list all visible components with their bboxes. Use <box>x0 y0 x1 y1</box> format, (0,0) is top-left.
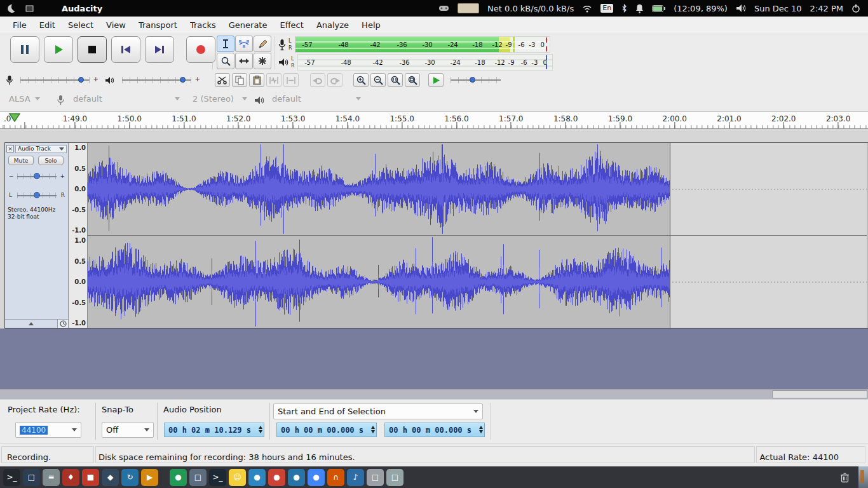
track-menu-arrow-icon[interactable] <box>59 147 64 151</box>
horizontal-scrollbar[interactable] <box>0 389 868 399</box>
clock-label[interactable]: 2:42 PM <box>810 4 843 13</box>
selection-mode-select[interactable]: Start and End of Selection <box>273 403 483 419</box>
zoom-out-button[interactable] <box>370 73 386 87</box>
audio-host-select[interactable]: ALSA <box>9 94 40 104</box>
recording-device-select[interactable]: default <box>73 94 180 104</box>
bluetooth-icon[interactable] <box>621 4 627 13</box>
taskbar-chrome-browser[interactable]: ● <box>308 469 325 486</box>
copy-button[interactable] <box>232 73 247 87</box>
record-button[interactable] <box>186 36 215 63</box>
recording-level-bar[interactable]: -57-48-42-36-30-24-18-12-9-6-30 <box>295 36 550 53</box>
power-icon[interactable] <box>851 4 860 13</box>
taskbar-android-app[interactable]: ● <box>170 469 187 486</box>
menu-effect[interactable]: Effect <box>273 17 309 33</box>
close-track-button[interactable]: × <box>6 145 14 152</box>
recording-meter[interactable]: LR -57-48-42-36-30-24-18-12-9-6-30 <box>278 36 550 53</box>
menu-select[interactable]: Select <box>62 17 100 33</box>
skip-to-start-button[interactable] <box>111 36 140 63</box>
pan-thumb[interactable] <box>34 192 40 198</box>
vertical-scale[interactable]: 1.00.50.0-0.5-1.01.00.50.0-0.5-1.0 <box>69 143 88 328</box>
fit-selection-button[interactable] <box>388 73 403 87</box>
notification-bell-icon[interactable] <box>635 4 644 13</box>
trash-button[interactable] <box>836 468 853 486</box>
taskbar-audio-app[interactable]: ∩ <box>327 469 344 486</box>
audio-position-field[interactable]: 00 h 02 m 10.129 s <box>164 423 264 437</box>
mute-button[interactable]: Mute <box>8 156 34 165</box>
menu-view[interactable]: View <box>100 17 132 33</box>
taskbar-file-manager[interactable]: ≡ <box>43 469 60 486</box>
skip-to-end-button[interactable] <box>145 36 174 63</box>
input-volume-slider[interactable]: + <box>19 75 98 85</box>
taskbar-text-editor[interactable]: ♦ <box>62 469 79 486</box>
taskbar-music-app[interactable]: ♪ <box>347 469 364 486</box>
panel-applet-thumbnail[interactable] <box>458 3 479 13</box>
track-sync-lock-button[interactable] <box>58 320 68 328</box>
track-title-menu[interactable]: Audio Track <box>15 145 67 153</box>
taskbar-chat-app[interactable]: ☺ <box>229 469 246 486</box>
output-volume-thumb[interactable] <box>180 77 186 83</box>
wifi-icon[interactable] <box>582 4 592 13</box>
taskbar-package-manager[interactable]: ■ <box>82 469 99 486</box>
silence-audio-button[interactable] <box>283 73 299 87</box>
playback-speed-slider[interactable] <box>449 75 510 85</box>
taskbar-media-player[interactable]: ● <box>268 469 285 486</box>
redo-button[interactable] <box>327 73 342 87</box>
gamepad-indicator-icon[interactable] <box>438 4 449 12</box>
taskbar-terminal-2[interactable]: >_ <box>209 469 226 486</box>
timeshift-tool-button[interactable] <box>235 53 253 69</box>
taskbar-vm-app[interactable]: □ <box>189 469 207 486</box>
spinner-icon[interactable] <box>479 426 483 433</box>
selection-end-field[interactable]: 00 h 00 m 00.000 s <box>384 423 485 437</box>
play-at-speed-button[interactable] <box>428 73 444 87</box>
menu-tracks[interactable]: Tracks <box>184 17 222 33</box>
waveform-area[interactable] <box>88 143 868 328</box>
playback-device-select[interactable]: default <box>272 94 361 104</box>
project-rate-select[interactable]: 44100 <box>15 422 81 438</box>
taskbar-blue-app[interactable]: ● <box>288 469 305 486</box>
snap-to-select[interactable]: Off <box>102 422 154 438</box>
draw-tool-button[interactable] <box>254 36 271 52</box>
selection-start-field[interactable]: 00 h 00 m 00.000 s <box>276 423 377 437</box>
envelope-tool-button[interactable] <box>235 36 253 52</box>
taskbar-window-1[interactable]: □ <box>367 469 384 486</box>
playback-level-bar[interactable]: -57-48-42-36-30-24-18-12-9-6-30 <box>297 54 553 71</box>
taskbar-window-2[interactable]: □ <box>386 469 403 486</box>
input-volume-thumb[interactable] <box>78 77 84 83</box>
solo-button[interactable]: Solo <box>38 156 64 165</box>
output-volume-slider[interactable]: + <box>121 75 200 85</box>
collapse-track-button[interactable] <box>5 320 58 328</box>
spinner-icon[interactable] <box>371 426 375 433</box>
taskbar-settings-app[interactable]: ◆ <box>102 469 119 486</box>
date-label[interactable]: Sun Dec 10 <box>754 4 802 13</box>
cut-button[interactable] <box>215 73 230 87</box>
menu-file[interactable]: File <box>6 17 33 33</box>
playback-speed-thumb[interactable] <box>470 77 475 83</box>
pan-slider[interactable]: L R <box>9 190 65 201</box>
pause-button[interactable] <box>10 36 39 63</box>
multi-tool-button[interactable] <box>254 53 271 69</box>
menu-analyze[interactable]: Analyze <box>310 17 355 33</box>
gain-thumb[interactable] <box>34 173 40 179</box>
horizontal-scrollbar-thumb[interactable] <box>772 390 867 398</box>
zoom-tool-button[interactable] <box>217 53 234 69</box>
menu-edit[interactable]: Edit <box>33 17 62 33</box>
waveform-right-channel[interactable] <box>88 236 867 328</box>
menu-transport[interactable]: Transport <box>132 17 184 33</box>
menu-generate[interactable]: Generate <box>222 17 274 33</box>
recording-channels-select[interactable]: 2 (Stereo) <box>193 94 247 104</box>
taskbar-web-browser[interactable]: ● <box>248 469 266 486</box>
selection-tool-button[interactable] <box>217 36 234 52</box>
trim-audio-button[interactable] <box>266 73 281 87</box>
playback-meter[interactable]: LR -57-48-42-36-30-24-18-12-9-6-30 <box>278 54 553 71</box>
window-indicator-icon[interactable] <box>25 5 34 12</box>
menu-help[interactable]: Help <box>355 17 387 33</box>
caffeine-moon-icon[interactable] <box>6 4 15 13</box>
battery-icon[interactable] <box>652 5 665 12</box>
paste-button[interactable] <box>249 73 264 87</box>
fit-project-button[interactable] <box>405 73 420 87</box>
zoom-in-button[interactable] <box>353 73 369 87</box>
track-canvas[interactable]: × Audio Track Mute Solo − + <box>0 129 868 389</box>
undo-button[interactable] <box>310 73 325 87</box>
taskbar-sync-app[interactable]: ↻ <box>121 469 139 486</box>
timeline-ruler[interactable]: .0 1:49.01:50.01:51.01:52.01:53.01:54.01… <box>0 112 868 129</box>
